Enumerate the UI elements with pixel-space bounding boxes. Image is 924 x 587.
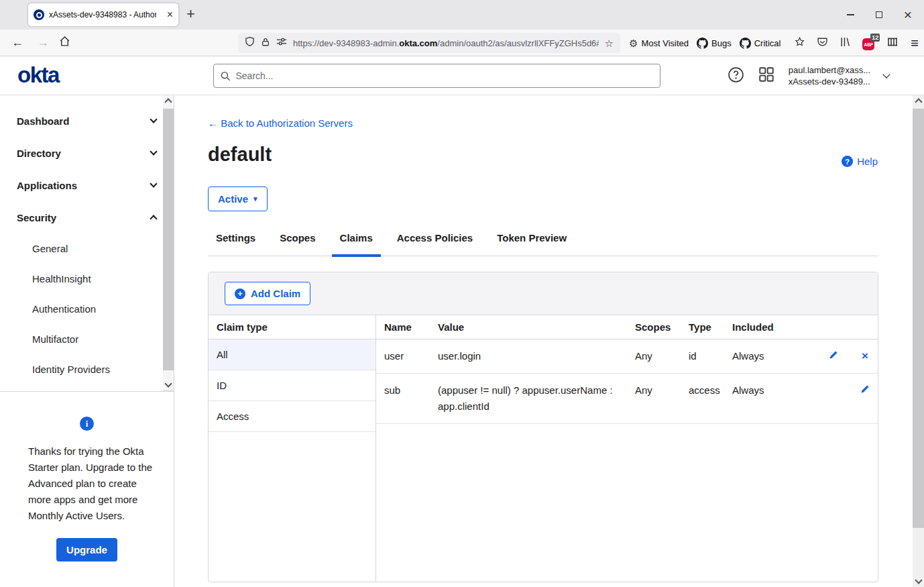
sidebar-item-authentication[interactable]: Authentication (0, 294, 163, 324)
apps-grid-icon[interactable] (758, 66, 775, 86)
help-link[interactable]: ? Help (842, 156, 878, 167)
tab-close-icon[interactable]: × (167, 9, 173, 20)
claim-included: Always (724, 339, 815, 373)
main-scrollbar[interactable] (913, 95, 924, 587)
claim-type-column: Claim type All ID Access (209, 315, 376, 582)
sidebar-item-directory[interactable]: Directory (0, 137, 163, 169)
bookmark-critical[interactable]: Critical (740, 38, 781, 49)
sidebar-item-healthinsight[interactable]: HealthInsight (0, 264, 163, 294)
plus-icon: + (235, 288, 245, 299)
home-icon[interactable] (59, 36, 70, 50)
claim-value: user.login (430, 339, 627, 373)
scrollbar-thumb[interactable] (913, 109, 924, 528)
tab-token-preview[interactable]: Token Preview (489, 230, 575, 256)
table-row: user user.login Any id Always × (376, 339, 878, 374)
upgrade-button[interactable]: Upgrade (56, 538, 117, 562)
scrollbar-thumb[interactable] (163, 109, 174, 370)
chevron-down-icon (150, 115, 157, 123)
sidebar-item-multifactor[interactable]: Multifactor (0, 324, 163, 354)
sidebar-item-dashboard[interactable]: Dashboard (0, 105, 163, 137)
claim-type-access[interactable]: Access (209, 401, 376, 432)
tab-access-policies[interactable]: Access Policies (389, 230, 481, 256)
github-icon (740, 38, 751, 49)
okta-logo[interactable]: okta (17, 62, 59, 88)
okta-header: okta paul.lambert@xass... xAssets-dev-93… (0, 56, 924, 95)
main-content: ← Back to Authorization Servers default … (174, 95, 913, 587)
back-button[interactable]: ← (9, 36, 25, 50)
scroll-down-icon[interactable] (915, 576, 922, 584)
forward-button[interactable]: → (35, 36, 51, 50)
table-header-row: Name Value Scopes Type Included (376, 315, 878, 339)
url-bar[interactable]: https://dev-9348983-admin.okta.com/admin… (238, 33, 620, 53)
sidebar-item-applications[interactable]: Applications (0, 169, 163, 201)
add-claim-button[interactable]: + Add Claim (225, 282, 310, 305)
tab-settings[interactable]: Settings (208, 230, 264, 256)
edit-claim-icon[interactable] (860, 382, 870, 398)
claims-panel: + Add Claim Claim type All ID Access Nam… (208, 272, 878, 582)
user-email: paul.lambert@xass... (789, 64, 870, 76)
sidebar-item-general[interactable]: General (0, 233, 163, 264)
menu-icon[interactable]: ≡ (911, 36, 919, 51)
chevron-down-icon[interactable] (882, 70, 890, 78)
help-question-icon: ? (842, 156, 853, 167)
tab-title: xAssets-dev-9348983 - Authoriz (49, 10, 156, 19)
window-minimize-button[interactable] (847, 14, 854, 15)
upgrade-panel: i Thanks for trying the Okta Starter pla… (0, 391, 174, 587)
browser-tab[interactable]: xAssets-dev-9348983 - Authoriz × (28, 3, 178, 26)
bookmark-most-visited[interactable]: ⚙ Most Visited (629, 38, 689, 48)
tab-claims[interactable]: Claims (332, 230, 381, 256)
help-circle-icon[interactable] (728, 66, 744, 86)
sidebar-item-identity-providers[interactable]: Identity Providers (0, 354, 163, 384)
back-to-authorization-servers-link[interactable]: ← Back to Authorization Servers (208, 117, 353, 129)
claims-toolbar: + Add Claim (209, 272, 878, 315)
gear-icon: ⚙ (629, 38, 638, 48)
pocket-icon[interactable] (817, 36, 828, 50)
bookmark-bugs[interactable]: Bugs (697, 38, 732, 49)
new-tab-button[interactable]: + (186, 5, 195, 23)
search-box[interactable] (213, 64, 660, 88)
tracking-shield-icon[interactable] (245, 36, 255, 50)
permissions-icon[interactable] (276, 37, 287, 49)
chevron-up-icon (150, 215, 157, 222)
tab-scopes[interactable]: Scopes (272, 230, 323, 256)
claim-scopes: Any (627, 374, 681, 423)
claim-type-id[interactable]: ID (209, 370, 376, 401)
caret-down-icon: ▾ (253, 195, 257, 203)
okta-favicon-icon (34, 9, 44, 20)
bookmark-add-icon[interactable] (794, 36, 805, 50)
adblock-plus-icon[interactable]: ABP 12 (862, 36, 876, 50)
chevron-down-icon (150, 180, 157, 187)
chevron-down-icon (150, 148, 157, 155)
claim-type: id (681, 339, 724, 373)
window-maximize-button[interactable] (876, 11, 882, 18)
scroll-up-icon[interactable] (164, 98, 172, 105)
user-account-menu[interactable]: paul.lambert@xass... xAssets-dev-93489..… (789, 64, 870, 87)
info-icon: i (80, 417, 94, 431)
sidebar-scrollbar[interactable] (163, 95, 174, 391)
claim-type-all[interactable]: All (209, 339, 376, 370)
sidebars-icon[interactable] (887, 36, 899, 50)
search-input[interactable] (235, 70, 653, 81)
sidebar-item-security[interactable]: Security (0, 201, 163, 233)
search-icon (221, 71, 230, 81)
edit-claim-icon[interactable] (829, 348, 838, 364)
table-row: sub (appuser != null) ? appuser.userName… (376, 374, 878, 424)
delete-claim-icon[interactable]: × (862, 350, 868, 362)
library-icon[interactable] (840, 36, 851, 50)
claim-included: Always (724, 374, 815, 423)
claim-value: (appuser != null) ? appuser.userName : a… (430, 374, 627, 423)
status-dropdown[interactable]: Active ▾ (208, 186, 268, 211)
page-title: default (208, 144, 272, 166)
bookmark-star-icon[interactable]: ☆ (605, 38, 614, 48)
scroll-up-icon[interactable] (915, 98, 922, 105)
back-arrow-icon: ← (208, 117, 218, 129)
sidebar: Dashboard Directory Applications Securit… (0, 95, 174, 587)
claim-scopes: Any (627, 339, 681, 373)
url-text: https://dev-9348983-admin.okta.com/admin… (293, 38, 599, 48)
claims-table: Name Value Scopes Type Included user use… (376, 315, 878, 582)
window-close-button[interactable]: × (904, 9, 912, 21)
browser-toolbar: ← → https://dev-9348983-admin.okta.com/a… (0, 30, 924, 56)
scroll-down-icon[interactable] (164, 380, 172, 387)
lock-icon[interactable] (261, 37, 270, 50)
sidebar-nav: Dashboard Directory Applications Securit… (0, 95, 163, 391)
